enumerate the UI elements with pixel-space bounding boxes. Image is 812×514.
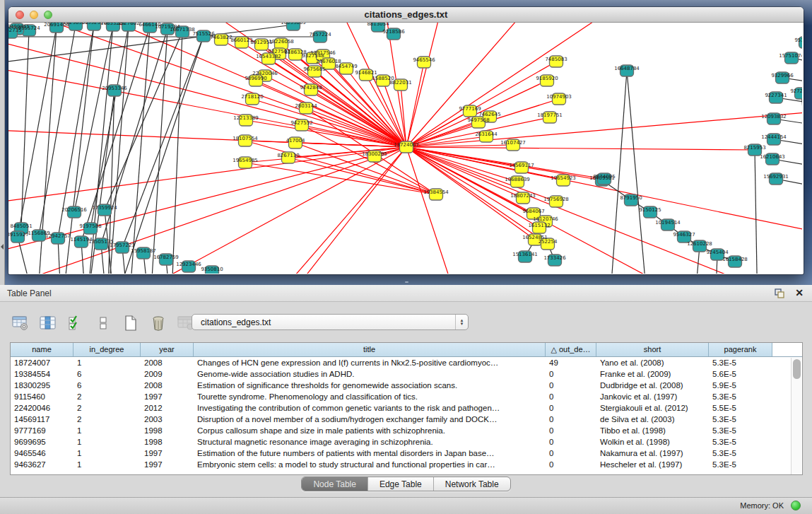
- table-cell: 9699695: [11, 436, 73, 448]
- table-row[interactable]: 946554611997Estimation of the future num…: [11, 448, 802, 459]
- column-header-out_de[interactable]: △ out_de…: [546, 343, 596, 356]
- table-cell: 0: [546, 425, 596, 436]
- graph-node-label: 9218586: [382, 29, 405, 35]
- table-body: 1872400712008Changes of HCN gene express…: [11, 357, 802, 470]
- graph-node-label: 16158428: [722, 257, 748, 262]
- table-vertical-scrollbar[interactable]: [791, 358, 801, 474]
- graph-node-label: 16033809: [281, 23, 306, 25]
- graph-node-label: 9242848: [300, 85, 322, 90]
- column-header-name[interactable]: name: [11, 343, 73, 356]
- table-cell: 49: [546, 357, 596, 368]
- graph-node-label: 10974903: [546, 94, 572, 100]
- graph-node-label: 9427552: [290, 120, 312, 126]
- new-column-icon[interactable]: [120, 313, 141, 334]
- graph-node-label: 252254: [539, 239, 558, 245]
- table-cell: 14569117: [11, 414, 73, 425]
- table-tab-group: Node TableEdge TableNetwork Table: [301, 477, 510, 491]
- network-window: citations_edges.txt 18724007746382286601…: [8, 7, 804, 274]
- graph-node-label: 8660123: [230, 37, 252, 43]
- graph-node-label: 1527602: [117, 23, 139, 26]
- graph-node-label: 18226058: [269, 39, 294, 45]
- table-cell: Dudbridge et al. (2008): [596, 380, 709, 391]
- table-cell: Structural magnetic resonance image aver…: [194, 436, 546, 448]
- select-columns-icon[interactable]: [65, 313, 86, 334]
- graph-node-label: 18807243: [510, 193, 536, 199]
- column-header-title[interactable]: title: [194, 343, 546, 356]
- tab-edge-table[interactable]: Edge Table: [368, 477, 434, 491]
- graph-node-label: 16210643: [760, 154, 785, 160]
- table-cell: Yano et al. (2008): [596, 357, 709, 368]
- table-cell: 2008: [141, 380, 194, 391]
- graph-node-label: 19654923: [551, 175, 576, 181]
- table-cell: 1998: [141, 425, 194, 436]
- table-row[interactable]: 969969511998Structural magnetic resonanc…: [11, 436, 802, 448]
- table-cell: de Silva et al. (2003): [596, 414, 709, 425]
- citation-edge-red: [406, 62, 424, 147]
- column-header-in_degree[interactable]: in_degree: [73, 343, 141, 356]
- splitter-handle[interactable]: [403, 281, 410, 284]
- graph-node-label: 9272743: [790, 88, 802, 94]
- graph-node-label: 8813054: [367, 23, 389, 27]
- table-cell: Stergiakouli et al. (2012): [596, 402, 709, 414]
- table-cell: 1: [73, 436, 141, 448]
- left-panel-edge: [0, 0, 5, 285]
- table-panel: Table Panel ✕: [0, 285, 812, 497]
- citation-edge: [74, 25, 113, 212]
- close-panel-icon[interactable]: ✕: [795, 287, 804, 298]
- table-row[interactable]: 1830029562008Estimation of significance …: [11, 380, 802, 391]
- table-cell: 5.3E-5: [709, 448, 772, 459]
- column-header-year[interactable]: year: [141, 343, 194, 356]
- table-cell: Changes of HCN gene expression and I(f) …: [194, 357, 546, 368]
- table-cell: 5.3E-5: [709, 357, 772, 368]
- network-canvas[interactable]: 1872400774638228660123891295518226058932…: [8, 23, 802, 274]
- show-columns-icon[interactable]: [37, 313, 59, 334]
- cytoscape-app: citations_edges.txt 18724007746382286601…: [0, 0, 812, 514]
- table-row[interactable]: 911546021997Tourette syndrome. Phenomeno…: [11, 391, 802, 402]
- table-cell: 22420046: [11, 402, 73, 414]
- table-cell: 5.3E-5: [709, 414, 772, 425]
- collapse-panel-arrow-icon[interactable]: [1, 244, 4, 250]
- graph-node-label: 15958187: [131, 248, 156, 254]
- table-cell: Embryonic stem cells: a model to study s…: [194, 459, 546, 470]
- graph-node-label: 20206516: [61, 207, 87, 213]
- table-panel-header: Table Panel ✕: [0, 285, 812, 302]
- table-row[interactable]: 2242004622012Investigating the contribut…: [11, 402, 802, 414]
- table-row[interactable]: 1938455462009Genome-wide association stu…: [11, 368, 802, 380]
- table-cell: 2: [73, 391, 141, 402]
- graph-node-label: 12917546: [310, 50, 336, 56]
- float-panel-icon[interactable]: [774, 288, 785, 299]
- graph-node-label: 19756928: [543, 197, 569, 202]
- graph-node-label: 18300295: [362, 151, 387, 157]
- table-mode-icon[interactable]: [10, 313, 31, 334]
- graph-node-label: 8454749: [335, 64, 357, 69]
- table-cell: 5.3E-5: [709, 425, 772, 436]
- graph-node-label: 18197751: [537, 112, 563, 118]
- graph-node-label: 8215953: [743, 145, 765, 151]
- row-height-icon[interactable]: [93, 313, 114, 334]
- table-row[interactable]: 977716911998Corpus callosum shape and si…: [11, 425, 802, 436]
- column-header-pagerank[interactable]: pagerank: [709, 343, 772, 356]
- scrollbar-thumb[interactable]: [793, 359, 801, 379]
- network-window-titlebar[interactable]: citations_edges.txt: [8, 7, 804, 23]
- table-selector-dropdown[interactable]: citations_edges.txt ▲▼: [192, 314, 469, 330]
- citation-edge-red: [406, 23, 447, 147]
- tab-network-table[interactable]: Network Table: [434, 477, 510, 491]
- citation-edge: [627, 71, 648, 274]
- column-header-short[interactable]: short: [596, 343, 709, 356]
- table-row[interactable]: 946362711997Embryonic stem cells: a mode…: [11, 459, 802, 470]
- delete-column-icon[interactable]: [148, 313, 169, 334]
- tab-node-table[interactable]: Node Table: [302, 477, 368, 491]
- table-row[interactable]: 1456911722003Disruption of a novel membe…: [11, 414, 802, 425]
- table-cell: 0: [546, 368, 596, 380]
- table-cell: 0: [546, 402, 596, 414]
- table-cell: 1998: [141, 436, 194, 448]
- graph-node-label: 1733426: [543, 255, 566, 261]
- graph-node-label: 19384554: [423, 189, 449, 195]
- citation-edge-red: [406, 23, 645, 147]
- table-row[interactable]: 1872400712008Changes of HCN gene express…: [11, 357, 802, 368]
- graph-node-label: 15751074: [779, 53, 802, 59]
- graph-node-label: 9329966: [771, 73, 794, 78]
- table-cell: Disruption of a novel member of a sodium…: [194, 414, 546, 425]
- graph-node-label: 17359924: [92, 205, 117, 211]
- graph-node-label: 9462735: [8, 28, 22, 33]
